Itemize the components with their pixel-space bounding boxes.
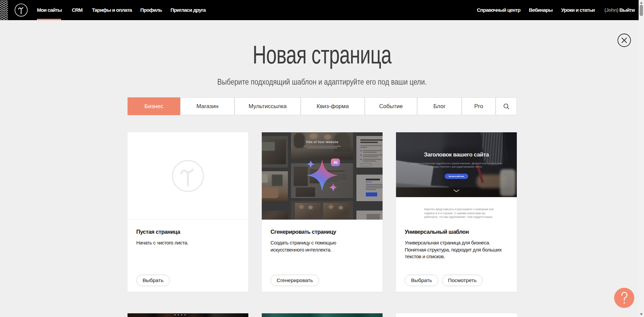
svg-text:AI: AI (334, 160, 338, 165)
